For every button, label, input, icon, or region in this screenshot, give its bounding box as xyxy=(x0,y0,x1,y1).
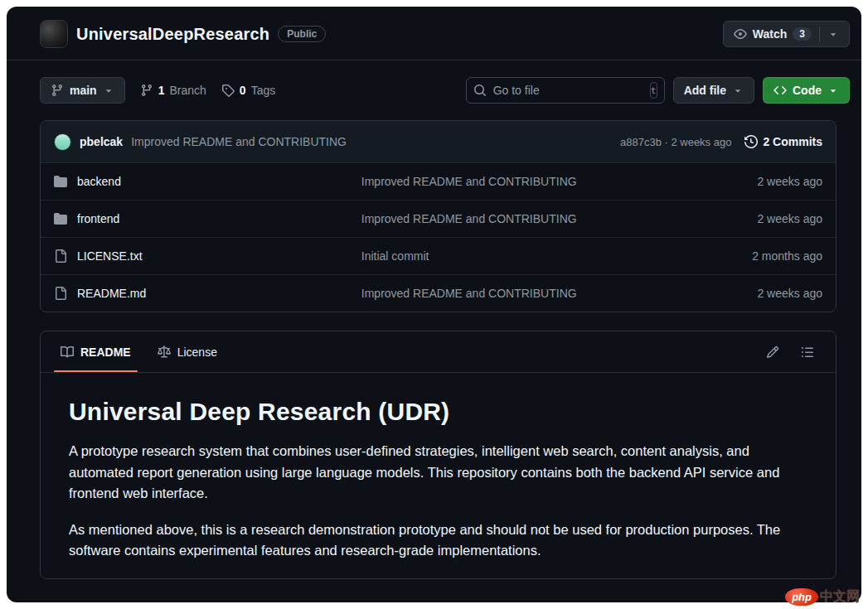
file-icon xyxy=(54,249,67,263)
commit-sha-time[interactable]: a887c3b · 2 weeks ago xyxy=(620,136,731,148)
git-branch-icon xyxy=(51,84,64,97)
law-icon xyxy=(158,346,171,359)
folder-icon xyxy=(54,175,67,188)
file-commit-time: 2 weeks ago xyxy=(706,175,822,188)
file-name[interactable]: frontend xyxy=(77,212,119,225)
github-repo-page: UniversalDeepResearch Public Watch 3 xyxy=(7,7,861,602)
table-row[interactable]: frontend Improved README and CONTRIBUTIN… xyxy=(41,200,836,237)
keyboard-shortcut-hint: t xyxy=(650,82,657,99)
file-commit-message[interactable]: Improved README and CONTRIBUTING xyxy=(361,212,706,225)
repo-header: UniversalDeepResearch Public Watch 3 xyxy=(7,7,861,50)
file-commit-message[interactable]: Improved README and CONTRIBUTING xyxy=(361,287,706,300)
button-divider xyxy=(819,27,820,41)
outline-list-icon[interactable] xyxy=(801,346,814,359)
watch-label: Watch xyxy=(753,27,787,41)
php-cn-watermark: php 中文网 xyxy=(785,588,860,606)
readme-paragraph: As mentioned above, this is a research d… xyxy=(69,520,807,562)
git-branch-icon xyxy=(140,84,153,97)
branches-link[interactable]: 1 Branch xyxy=(140,84,206,97)
chevron-down-icon xyxy=(827,85,839,96)
folder-icon xyxy=(54,212,67,225)
visibility-badge: Public xyxy=(278,26,326,42)
tags-count: 0 xyxy=(240,84,246,97)
add-file-label: Add file xyxy=(684,84,726,97)
commit-author[interactable]: pbelcak xyxy=(80,135,123,148)
history-icon xyxy=(744,135,758,148)
file-icon xyxy=(54,287,67,300)
commit-author-avatar[interactable] xyxy=(54,133,71,151)
readme-heading: Universal Deep Research (UDR) xyxy=(69,398,807,426)
watch-count: 3 xyxy=(793,27,812,41)
repo-owner-avatar[interactable] xyxy=(40,20,68,48)
repo-toolbar: main 1 Branch 0 Tags xyxy=(7,77,861,104)
search-input[interactable] xyxy=(493,84,643,97)
commit-message[interactable]: Improved README and CONTRIBUTING xyxy=(131,135,347,148)
readme-content: Universal Deep Research (UDR) A prototyp… xyxy=(41,373,836,579)
branch-selector[interactable]: main xyxy=(40,77,125,104)
code-button[interactable]: Code xyxy=(763,77,850,104)
file-tree-box: pbelcak Improved README and CONTRIBUTING… xyxy=(40,120,836,312)
readme-paragraph: A prototype research system that combine… xyxy=(69,441,807,505)
watch-button[interactable]: Watch 3 xyxy=(723,21,850,47)
branches-label: Branch xyxy=(169,84,206,97)
header-divider xyxy=(7,60,861,60)
tags-label: Tags xyxy=(251,84,276,97)
tab-readme-label: README xyxy=(80,346,131,359)
table-row[interactable]: README.md Improved README and CONTRIBUTI… xyxy=(41,274,836,312)
tab-license[interactable]: License xyxy=(144,331,230,372)
table-row[interactable]: LICENSE.txt Initial commit 2 months ago xyxy=(41,237,836,274)
file-name[interactable]: README.md xyxy=(77,287,146,300)
readme-box: README License Universal Deep Re xyxy=(40,331,836,579)
tag-icon xyxy=(221,84,235,97)
file-name[interactable]: LICENSE.txt xyxy=(77,249,143,263)
file-commit-time: 2 weeks ago xyxy=(706,287,822,300)
tab-readme[interactable]: README xyxy=(47,331,144,372)
repo-title[interactable]: UniversalDeepResearch xyxy=(76,25,269,44)
eye-icon xyxy=(734,27,747,41)
readme-tabbar: README License xyxy=(41,331,836,373)
file-commit-time: 2 months ago xyxy=(706,249,822,263)
file-commit-message[interactable]: Improved README and CONTRIBUTING xyxy=(361,175,706,188)
watermark-php-logo: php xyxy=(785,588,818,606)
commits-count-label: 2 Commits xyxy=(763,135,822,148)
latest-commit-row[interactable]: pbelcak Improved README and CONTRIBUTING… xyxy=(41,121,836,162)
tab-license-label: License xyxy=(177,346,217,359)
table-row[interactable]: backend Improved README and CONTRIBUTING… xyxy=(41,162,836,200)
code-label: Code xyxy=(793,84,822,97)
file-commit-time: 2 weeks ago xyxy=(706,212,822,225)
commits-history-link[interactable]: 2 Commits xyxy=(744,135,822,148)
go-to-file-search[interactable]: t xyxy=(466,77,665,104)
search-icon xyxy=(473,84,487,97)
code-icon xyxy=(773,84,787,97)
chevron-down-icon xyxy=(103,85,114,96)
edit-pencil-icon[interactable] xyxy=(766,346,779,359)
file-name[interactable]: backend xyxy=(77,175,121,188)
chevron-down-icon[interactable] xyxy=(827,28,839,40)
watermark-cn-text: 中文网 xyxy=(820,588,860,606)
branch-name: main xyxy=(70,84,97,97)
book-icon xyxy=(61,346,74,359)
file-commit-message[interactable]: Initial commit xyxy=(361,249,706,263)
branches-count: 1 xyxy=(158,84,165,97)
chevron-down-icon xyxy=(732,85,744,96)
tags-link[interactable]: 0 Tags xyxy=(221,84,275,97)
add-file-button[interactable]: Add file xyxy=(673,77,754,104)
